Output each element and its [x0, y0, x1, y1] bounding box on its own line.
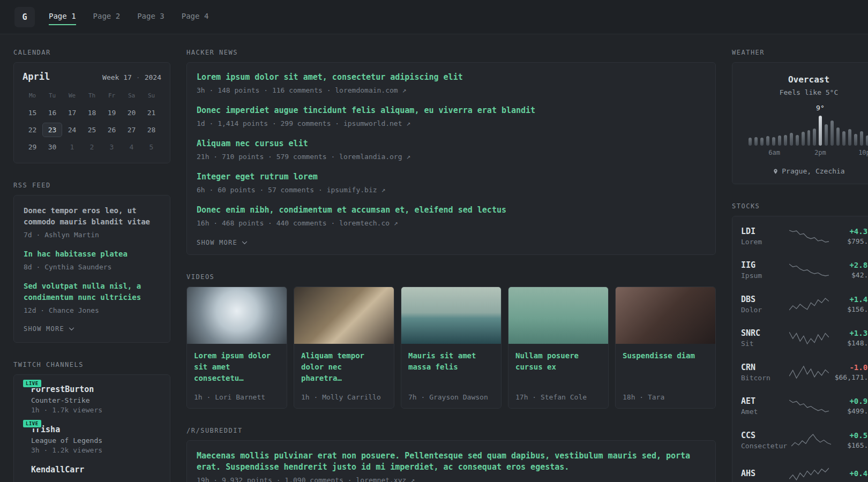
weather-bar	[866, 135, 868, 146]
nav-tab[interactable]: Page 1	[49, 9, 76, 25]
stock-name: Lorem	[741, 238, 785, 246]
twitch-channel[interactable]: LIVE Trisha League of Legends 3h · 1.2k …	[24, 425, 160, 454]
subreddit-section: /R/SUBREDDIT Maecenas mollis pulvinar er…	[186, 427, 716, 482]
hn-item-title[interactable]: Donec imperdiet augue tincidunt felis al…	[197, 105, 706, 116]
hn-item: Aliquam nec cursus elit 21h · 710 points…	[197, 138, 706, 161]
stock-id: SNRC Sit	[741, 328, 785, 348]
stock-sparkline	[789, 229, 829, 243]
weather-bar	[766, 136, 769, 146]
stock-id: CCS Consectetur	[741, 431, 787, 450]
stock-values: -1.00% $66,171.48	[833, 363, 868, 381]
video-body: Lorem ipsum dolor sit amet consectetu… 1…	[187, 344, 287, 408]
video-card[interactable]: Nullam posuere cursus ex 17h · Stefan Co…	[508, 287, 609, 409]
calendar-weekday: Th	[82, 89, 102, 103]
show-more-label: SHOW MORE	[24, 325, 64, 333]
hn-item-meta: 16h · 468 points · 440 comments · loremt…	[197, 219, 706, 228]
video-title[interactable]: Lorem ipsum dolor sit amet consectetu…	[194, 350, 280, 384]
hn-item-domain-link[interactable]: loremdomain.com ↗	[335, 86, 406, 94]
subreddit-item-title[interactable]: Maecenas mollis pulvinar erat non posuer…	[197, 450, 706, 473]
video-body: Mauris sit amet massa felis 7h · Grayson…	[401, 344, 501, 408]
stock-id: DBS Dolor	[741, 295, 785, 314]
nav-tab[interactable]: Page 4	[182, 9, 209, 25]
stock-name: Dolor	[741, 306, 785, 314]
video-card[interactable]: Lorem ipsum dolor sit amet consectetu… 1…	[186, 287, 287, 409]
stock-row[interactable]: AHS +0.46%	[741, 457, 868, 482]
stock-sparkline	[789, 467, 829, 481]
stock-row[interactable]: IIG Ipsum +2.84% $42.04	[741, 253, 868, 288]
calendar-day: 5	[141, 140, 161, 154]
hn-item-domain-link[interactable]: ipsumworld.net ↗	[343, 119, 410, 127]
hn-item-title[interactable]: Aliquam nec cursus elit	[197, 138, 706, 149]
video-meta: 17h · Stefan Cole	[515, 393, 601, 401]
rss-item-title[interactable]: In hac habitasse platea	[24, 248, 160, 260]
hn-item-title[interactable]: Donec enim nibh, condimentum et accumsan…	[197, 205, 706, 216]
weather-bar	[807, 130, 811, 146]
weather-bar	[819, 116, 822, 146]
stock-id: LDI Lorem	[741, 227, 785, 246]
hn-item-title[interactable]: Lorem ipsum dolor sit amet, consectetur …	[197, 72, 706, 83]
twitch-channel[interactable]: LIVE ForrestBurton Counter-Strike 1h · 1…	[24, 385, 160, 414]
hn-item-meta-text: 21h · 710 points · 579 comments ·	[197, 153, 335, 161]
hn-item-domain-link[interactable]: ipsumify.biz ↗	[327, 186, 386, 194]
stock-row[interactable]: CCS Consectetur +0.51% $165.84	[741, 423, 868, 457]
video-card[interactable]: Suspendisse diam 18h · Tara	[615, 287, 716, 409]
video-thumbnail[interactable]	[401, 287, 501, 344]
weather-time-label: 6am	[768, 149, 780, 156]
hn-item-meta-text: 1d · 1,414 points · 299 comments ·	[197, 119, 339, 127]
section-title-subreddit: /R/SUBREDDIT	[186, 427, 716, 434]
calendar-weekday: Fr	[102, 89, 122, 103]
stock-row[interactable]: LDI Lorem +4.35% $795.18	[741, 219, 868, 253]
app-logo[interactable]: G	[14, 7, 35, 27]
hn-show-more-button[interactable]: SHOW MORE	[197, 239, 248, 246]
stock-symbol: LDI	[741, 227, 785, 236]
rss-item-title[interactable]: Sed volutpat nulla nisl, a condimentum n…	[24, 281, 160, 303]
weather-peak-label: 9°	[816, 104, 825, 112]
rss-item-meta: 7d · Ashlyn Martin	[24, 230, 160, 239]
hn-item: Lorem ipsum dolor sit amet, consectetur …	[197, 72, 706, 95]
video-card[interactable]: Aliquam tempor dolor nec pharetra… 1h · …	[294, 287, 394, 409]
stock-row[interactable]: DBS Dolor +1.42% $156.28	[741, 287, 868, 321]
video-meta: 1h · Lori Barnett	[194, 393, 280, 401]
calendar-weekday: We	[62, 89, 82, 103]
calendar-day: 16	[42, 106, 62, 120]
video-title[interactable]: Nullam posuere cursus ex	[515, 350, 601, 373]
twitch-widget: LIVE ForrestBurton Counter-Strike 1h · 1…	[13, 374, 170, 482]
nav-tab[interactable]: Page 3	[137, 9, 164, 25]
rss-item: Sed volutpat nulla nisl, a condimentum n…	[24, 281, 160, 315]
nav-tab[interactable]: Page 2	[93, 9, 121, 25]
rss-widget: Donec tempor eros leo, ut commodo mauris…	[13, 195, 170, 343]
rss-item-title[interactable]: Donec tempor eros leo, ut commodo mauris…	[24, 205, 160, 228]
calendar-day: 26	[102, 123, 122, 137]
external-link-icon: ↗	[406, 119, 410, 127]
video-thumbnail[interactable]	[508, 287, 608, 344]
calendar-day: 30	[42, 140, 62, 154]
video-thumbnail[interactable]	[616, 287, 715, 344]
calendar-day: 28	[141, 123, 161, 137]
stock-change: -1.00%	[833, 363, 868, 372]
stock-price: $499.72	[833, 407, 868, 415]
video-card[interactable]: Mauris sit amet massa felis 7h · Grayson…	[401, 287, 502, 409]
rss-show-more-button[interactable]: SHOW MORE	[24, 325, 74, 333]
twitch-channel[interactable]: KendallCarr	[24, 465, 160, 477]
weather-bar	[760, 138, 764, 146]
stock-sparkline	[789, 263, 829, 277]
video-thumbnail[interactable]	[187, 287, 287, 344]
video-title[interactable]: Suspendisse diam	[623, 350, 708, 362]
stock-row[interactable]: SNRC Sit +1.36% $148.64	[741, 321, 868, 356]
video-title[interactable]: Mauris sit amet massa felis	[408, 350, 494, 373]
subreddit-item-domain-link[interactable]: loremnet.xyz ↗	[356, 476, 415, 482]
stock-price: $66,171.48	[833, 373, 868, 381]
hn-item-domain-link[interactable]: loremtech.co ↗	[339, 219, 398, 227]
video-title[interactable]: Aliquam tempor dolor nec pharetra…	[301, 350, 387, 384]
hn-item-domain-link[interactable]: loremlandia.org ↗	[339, 153, 410, 161]
weather-bar	[796, 135, 799, 146]
stock-row[interactable]: AET Amet +0.92% $499.72	[741, 389, 868, 424]
video-thumbnail[interactable]	[294, 287, 394, 344]
stock-row[interactable]: CRN Bitcorn -1.00% $66,171.48	[741, 355, 868, 389]
hn-item-title[interactable]: Integer eget rutrum lorem	[197, 171, 706, 183]
weather-time-label: 10pm	[858, 149, 868, 156]
subreddit-widget: Maecenas mollis pulvinar erat non posuer…	[186, 440, 716, 482]
weather-bar	[813, 129, 816, 146]
channel-name: KendallCarr	[31, 465, 84, 475]
calendar-year: 2024	[145, 73, 161, 81]
